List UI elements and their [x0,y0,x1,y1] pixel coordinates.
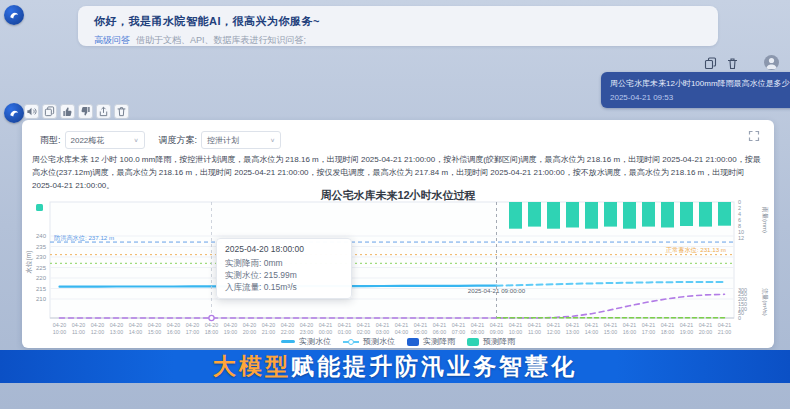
x-axis-tick: 04-2118:00 [661,322,675,335]
delete-icon[interactable] [726,57,739,70]
reference-line-label: 防洪高水位: 237.12 m [54,234,114,242]
assistant-logo-icon [8,107,20,119]
legend-label: 预测降雨 [483,336,515,347]
rain-bar [661,202,674,228]
x-axis-tick: 04-2010:00 [53,322,67,335]
legend-item-预测水位[interactable]: 预测水位 [343,336,395,347]
banner-text: 大模型赋能提升防汛业务智慧化 [213,351,577,382]
forecast-summary-text: 周公宅水库未来 12 小时 100.0 mm降雨，按控泄计划调度，最高水位为 2… [32,153,762,192]
x-axis-tick: 04-2011:00 [72,322,86,335]
water-level-chart: 2402352302252202152100246810123002502001… [22,200,774,342]
answer-card: 雨型: 2022梅花 ∨ 调度方案: 控泄计划 ∨ 周公宅水库未来 12 小时 … [22,120,774,348]
delete-answer-button[interactable] [114,104,129,119]
export-icon [98,106,109,117]
read-aloud-button[interactable] [24,104,39,119]
thumbs-up-button[interactable] [60,104,75,119]
flow-axis-tick: 0 [738,315,741,321]
assistant-greeting-bubble: 你好，我是甬水院智能AI，很高兴为你服务~ 高级问答借助于文档、API、数据库表… [78,6,718,46]
x-axis-tick: 04-2102:00 [357,322,371,335]
x-axis-tick: 04-2012:00 [91,322,105,335]
x-axis-tick: 04-2018:00 [205,322,219,335]
user-message-tools [704,57,739,70]
x-axis-tick: 04-2108:00 [471,322,485,335]
chevron-down-icon: ∨ [133,137,138,143]
x-axis-tick: 04-2100:00 [319,322,333,335]
x-axis-tick: 04-2112:00 [547,322,561,335]
current-time-label: 2025-04-21 09:00:00 [468,287,526,294]
x-axis-tick: 04-2117:00 [642,322,656,335]
x-axis-tick: 04-2120:00 [699,322,713,335]
rain-bar [604,202,617,227]
x-axis-tick: 04-2111:00 [528,322,542,335]
water-axis-tick: 210 [36,296,47,302]
speaker-icon [26,106,37,117]
copy-icon[interactable] [704,57,717,70]
legend-label: 预测水位 [363,336,395,347]
greeting-subtitle: 高级问答借助于文档、API、数据库表进行知识问答; [94,34,702,47]
x-axis-tick: 04-2103:00 [376,322,390,335]
tooltip-row: 入库流量: 0.15m³/s [225,281,343,293]
water-axis-tick: 235 [36,244,47,250]
rain-type-select[interactable]: 2022梅花 ∨ [65,131,145,149]
export-button[interactable] [96,104,111,119]
x-axis-tick: 04-2121:00 [718,322,732,335]
chart-legend: 实测水位预测水位实测降雨预测降雨 [22,336,774,347]
x-axis-tick: 04-2019:00 [224,322,238,335]
water-axis-tick: 225 [36,265,47,271]
x-axis-tick: 04-2101:00 [338,322,352,335]
chart-toolbox-icon [36,204,43,211]
x-axis-tick: 04-2023:00 [300,322,314,335]
banner-highlight: 大模型 [213,353,291,379]
water-axis-tick: 215 [36,286,47,292]
rain-bar [566,202,579,228]
reference-line-label: 正常蓄水位: 231.13 m [666,246,726,253]
x-axis-tick: 04-2015:00 [148,322,162,335]
water-axis-tick: 220 [36,275,47,281]
x-axis-tick: 04-2014:00 [129,322,143,335]
x-axis-tick: 04-2106:00 [433,322,447,335]
x-axis-tick: 04-2110:00 [509,322,523,335]
rain-bar [509,202,522,229]
user-message-time: 2025-04-21 09:53 [610,93,790,102]
water-axis-tick: 240 [36,233,47,239]
chevron-down-icon: ∨ [270,137,275,143]
thumbs-down-button[interactable] [78,104,93,119]
rain-axis-title: 雨量(mm) [762,207,768,233]
legend-label: 实测降雨 [423,336,455,347]
rain-bar [699,202,712,227]
fullscreen-icon[interactable] [748,128,760,140]
rain-bar [585,202,598,229]
rain-bar [718,202,731,226]
chart-tooltip: 2025-04-20 18:00:00 实测降雨: 0mm实测水位: 215.9… [216,238,352,299]
legend-item-预测降雨[interactable]: 预测降雨 [467,336,515,347]
legend-item-实测水位[interactable]: 实测水位 [281,336,331,347]
x-axis-tick: 04-2107:00 [452,322,466,335]
x-axis-tick: 04-2119:00 [680,322,694,335]
rain-bar [528,202,541,227]
rain-type-value: 2022梅花 [71,135,105,146]
person-icon [764,55,779,70]
bottom-banner: 大模型赋能提升防汛业务智慧化 [0,350,790,383]
rain-bar [642,202,655,227]
assistant-logo-icon [8,9,20,21]
x-axis-tick: 04-2022:00 [281,322,295,335]
x-axis-tick: 04-2017:00 [186,322,200,335]
x-axis-tick: 04-2021:00 [262,322,276,335]
x-axis-tick: 04-2104:00 [395,322,409,335]
water-axis-tick: 230 [36,254,47,260]
x-axis-tick: 04-2114:00 [585,322,599,335]
flow-axis-title: 流量(m³/s) [761,288,769,316]
plan-label: 调度方案: [159,134,198,147]
x-axis-tick: 04-2116:00 [623,322,637,335]
trash-icon [116,106,127,117]
water-axis-title: 水位(m) [25,251,33,274]
user-avatar [764,55,779,70]
user-question: 周公宅水库未来12小时100mm降雨最高水位是多少 [610,78,790,89]
legend-item-实测降雨[interactable]: 实测降雨 [407,336,455,347]
tooltip-title: 2025-04-20 18:00:00 [225,244,343,254]
x-axis-tick: 04-2109:00 [490,322,504,335]
x-axis-tick: 04-2113:00 [566,322,580,335]
rain-bar [547,202,560,229]
copy-answer-button[interactable] [42,104,57,119]
plan-select[interactable]: 控泄计划 ∨ [201,131,281,149]
